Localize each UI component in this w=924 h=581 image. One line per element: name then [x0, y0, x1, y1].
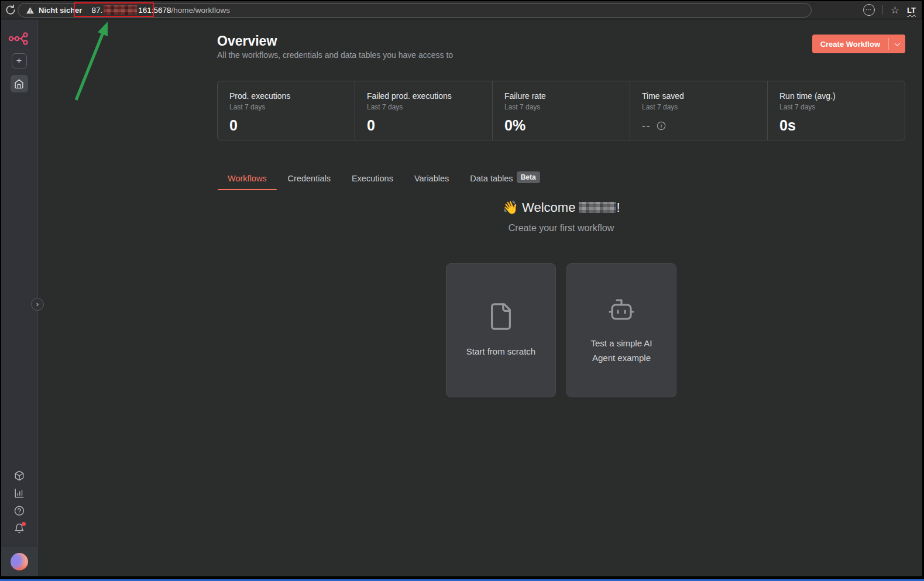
url-path: /home/workflows — [171, 6, 231, 15]
create-workflow-label[interactable]: Create Workflow — [812, 35, 888, 53]
user-menu[interactable] — [1, 547, 37, 576]
home-icon — [14, 79, 24, 89]
create-workflow-dropdown[interactable] — [889, 35, 905, 53]
package-icon — [14, 470, 25, 481]
wave-emoji-icon: 👋 — [503, 200, 518, 215]
tab-credentials[interactable]: Credentials — [277, 170, 341, 190]
sidebar-item-overview[interactable] — [1, 75, 37, 92]
sidebar-item-templates[interactable] — [14, 470, 25, 481]
sidebar-collapse-toggle[interactable]: › — [31, 298, 44, 311]
tab-variables[interactable]: Variables — [404, 170, 459, 190]
chevron-down-icon — [894, 40, 900, 46]
browser-toolbar: Nicht sicher 87.161:5678/home/workflows … — [1, 1, 922, 19]
notification-dot — [22, 522, 26, 526]
sidebar-item-help[interactable] — [14, 506, 25, 516]
stat-run-time-avg[interactable]: Run time (avg.) Last 7 days 0s — [768, 81, 905, 140]
tab-executions[interactable]: Executions — [341, 170, 404, 190]
security-label: Nicht sicher — [39, 6, 82, 15]
address-bar[interactable]: Nicht sicher 87.161:5678/home/workflows — [18, 3, 812, 18]
redacted-ip-block — [104, 5, 137, 15]
reload-icon[interactable] — [5, 4, 16, 16]
sidebar-item-notifications[interactable] — [14, 523, 25, 534]
sidebar-item-insights[interactable] — [14, 488, 25, 499]
not-secure-warning-icon — [26, 6, 35, 15]
main-panel: Overview All the workflows, credentials … — [38, 19, 922, 576]
bar-chart-icon — [14, 488, 25, 499]
ai-agent-example-card[interactable]: Test a simple AI Agent example — [566, 263, 676, 397]
create-workflow-button[interactable]: Create Workflow — [812, 35, 905, 53]
languagetool-extension-icon[interactable]: LT — [907, 6, 916, 15]
help-circle-icon — [14, 506, 25, 516]
beta-badge: Beta — [517, 171, 540, 183]
sidebar: + › — [1, 19, 38, 576]
n8n-logo-icon[interactable] — [1, 32, 37, 45]
plus-icon: + — [16, 56, 22, 66]
toolbar-divider — [882, 5, 883, 15]
redacted-username — [579, 202, 616, 213]
page-subtitle: All the workflows, credentials and data … — [217, 50, 453, 60]
starter-cards: Start from scratch Test a simple AI Agen… — [217, 263, 905, 397]
resource-tabs: Workflows Credentials Executions Variabl… — [217, 170, 551, 190]
file-icon — [487, 301, 514, 332]
info-icon[interactable] — [657, 121, 666, 130]
toolbar-actions: ⋯ ☆ LT — [863, 1, 916, 19]
start-from-scratch-card[interactable]: Start from scratch — [446, 263, 556, 397]
stat-failed-prod-executions[interactable]: Failed prod. executions Last 7 days 0 — [355, 81, 493, 140]
avatar[interactable] — [11, 553, 28, 570]
page-title: Overview — [217, 33, 277, 49]
url-text: 87.161:5678/home/workflows — [91, 5, 230, 15]
welcome-title: 👋 Welcome! — [217, 200, 905, 215]
tab-workflows[interactable]: Workflows — [217, 170, 277, 190]
extensions-menu-icon[interactable]: ⋯ — [863, 4, 875, 16]
bookmark-star-icon[interactable]: ☆ — [891, 5, 899, 15]
stat-prod-executions[interactable]: Prod. executions Last 7 days 0 — [218, 81, 355, 140]
welcome-section: 👋 Welcome! Create your first workflow — [217, 200, 905, 233]
stat-time-saved[interactable]: Time saved Last 7 days -- — [630, 81, 768, 140]
stat-failure-rate[interactable]: Failure rate Last 7 days 0% — [493, 81, 630, 140]
robot-icon — [607, 295, 636, 324]
stats-summary-bar: Prod. executions Last 7 days 0 Failed pr… — [217, 81, 905, 140]
chevron-right-icon: › — [36, 300, 39, 308]
tab-data-tables[interactable]: Data tables Beta — [459, 170, 550, 190]
add-workflow-button[interactable]: + — [1, 53, 37, 68]
welcome-subtitle: Create your first workflow — [217, 223, 905, 233]
